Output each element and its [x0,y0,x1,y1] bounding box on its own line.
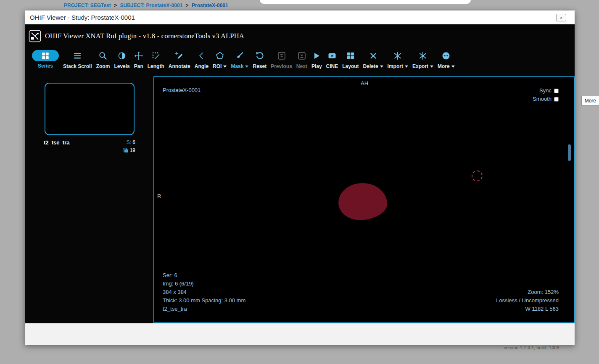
toolbar: Series Stack Scroll Zoom [25,47,575,76]
series-sidebar: t2_tse_tra S: 6 19 [25,76,153,323]
stack-frames-icon [123,148,128,154]
close-icon[interactable]: × [556,14,566,21]
background-search-bar [260,0,471,4]
image-viewport[interactable]: ProstateX-0001 AH R Sync Smooth [153,76,575,323]
next-frame-icon [297,50,306,62]
tool-label: Levels [114,63,129,69]
stack-scrollbar-thumb[interactable] [568,144,571,161]
tool-delete[interactable]: Delete [361,50,385,69]
window-footer [25,323,575,345]
series-number: S: 6 [127,139,135,145]
roi-mask-overlay [338,182,388,221]
series-name: t2_tse_tra [44,139,69,146]
tool-stack-scroll[interactable]: Stack Scroll [61,50,94,69]
breadcrumb-project-link[interactable]: PROJECT: SEGTest [64,3,111,8]
caret-down-icon [405,65,408,68]
caret-down-icon [223,65,227,68]
tool-label: Length [148,63,164,69]
tool-series[interactable]: Series [30,50,61,69]
magnifier-icon [98,50,108,62]
tool-label: Play [311,63,322,69]
tool-annotate[interactable]: Annotate [166,50,193,69]
series-meta: t2_tse_tra S: 6 [44,139,135,146]
pentagon-icon [215,50,224,62]
chevron-angle-icon [197,50,206,62]
caret-down-icon [430,65,433,68]
tool-label: Stack Scroll [63,63,92,69]
tool-play[interactable]: Play [309,50,324,69]
tool-pan[interactable]: Pan [132,50,145,69]
tool-import[interactable]: Import [385,50,410,69]
previous-frame-icon [277,50,286,62]
zoom-info-overlay: Zoom: 152% Lossless / Uncompressed W 118… [496,288,559,313]
page-more-tab[interactable]: More [581,96,599,106]
tool-length[interactable]: Length [145,50,166,69]
caret-down-icon [380,65,383,68]
tool-zoom[interactable]: Zoom [94,50,112,69]
tool-label: Angle [195,63,208,69]
tool-label: CINE [326,63,338,69]
breadcrumb: PROJECT: SEGTest > SUBJECT: ProstateX-00… [64,3,230,8]
tool-label: More [438,63,455,69]
app-title: OHIF Viewer XNAT RoI plugin - v1.8 - cor… [45,32,244,40]
sync-label: Sync [539,86,552,95]
length-ruler-icon [151,50,161,62]
breadcrumb-separator: > [114,3,117,8]
orientation-marker-left: R [157,193,161,199]
tool-label: Export [412,63,433,69]
tool-mask[interactable]: Mask [229,50,251,69]
version-text: version 1.7.4.1, build: 1408 [504,345,559,350]
xnat-import-icon [393,50,402,62]
layout-grid-icon [346,50,355,62]
screen: PROJECT: SEGTest > SUBJECT: ProstateX-00… [0,0,599,364]
tool-more[interactable]: More [435,50,457,69]
series-thumbnail[interactable] [45,83,135,135]
breadcrumb-subject-link[interactable]: SUBJECT: ProstateX-0001 [120,3,183,8]
tool-label: ROI [213,63,227,69]
tool-cine[interactable]: CINE [324,50,340,69]
tool-export[interactable]: Export [410,50,435,69]
orientation-marker-top: AH [243,80,486,86]
tool-label: Pan [134,63,143,69]
roi-contour-circle [472,170,483,181]
tool-roi[interactable]: ROI [211,50,229,69]
tool-label: Series [38,63,53,69]
viewer-content: OHIF Viewer XNAT RoI plugin - v1.8 - cor… [25,24,575,323]
window-titlebar: OHIF Viewer - Study: ProstateX-0001 × [25,10,575,24]
tool-previous[interactable]: Previous [269,50,294,69]
smooth-checkbox[interactable] [554,97,559,102]
tool-label: Annotate [169,63,190,69]
sync-checkbox[interactable] [554,89,559,93]
cine-film-icon [327,50,337,62]
window-title: OHIF Viewer - Study: ProstateX-0001 [30,14,135,21]
tool-next[interactable]: Next [294,50,309,69]
smooth-label: Smooth [533,95,552,103]
workspace: t2_tse_tra S: 6 19 ProstateX-0001 [25,76,575,323]
play-icon [312,50,321,62]
tool-label: Previous [271,63,292,69]
thumbnail-mri-image [53,86,126,132]
breadcrumb-separator: > [186,3,189,8]
stack-bars-icon [73,50,82,62]
tool-layout[interactable]: Layout [340,50,361,69]
xnat-export-icon [418,50,427,62]
mri-image[interactable] [243,77,486,320]
tool-label: Mask [231,63,248,69]
pencil-plus-icon [175,50,184,62]
caret-down-icon [245,65,248,68]
caret-down-icon [451,65,455,68]
ohif-xnat-logo-icon [28,29,42,43]
contrast-circle-icon [117,50,127,62]
tool-label: Import [388,63,408,69]
tool-angle[interactable]: Angle [193,50,211,69]
app-header: OHIF Viewer XNAT RoI plugin - v1.8 - cor… [25,24,575,47]
tool-reset[interactable]: Reset [251,50,269,69]
breadcrumb-session-link[interactable]: ProstateX-0001 [192,3,228,8]
undo-arrow-icon [255,50,264,62]
move-arrows-icon [134,50,143,62]
more-ellipsis-icon [441,50,451,62]
tool-label: Delete [363,63,383,69]
tool-levels[interactable]: Levels [112,50,132,69]
ohif-viewer-window: OHIF Viewer - Study: ProstateX-0001 × OH… [25,10,575,345]
patient-id-overlay: ProstateX-0001 [163,87,201,93]
